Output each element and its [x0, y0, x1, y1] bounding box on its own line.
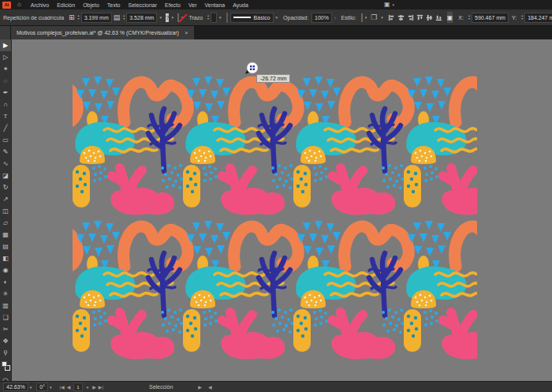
opacity-field[interactable]: 100%	[311, 13, 332, 23]
rotation-field[interactable]: 0°	[36, 383, 48, 391]
chevron-down-icon[interactable]: ▾	[219, 15, 222, 20]
close-icon[interactable]: ×	[185, 29, 188, 36]
tool-rotate[interactable]: ↻	[0, 181, 12, 193]
tool-shaper[interactable]: ∿	[0, 158, 12, 170]
zoom-level-field[interactable]: 42.63%	[3, 383, 28, 391]
align-middle-icon[interactable]	[426, 14, 433, 21]
arrow-left-icon[interactable]: ◀	[208, 384, 212, 390]
x-stepper[interactable]: ▴▾	[468, 14, 470, 21]
tool-scale[interactable]: ↗	[0, 193, 12, 205]
tool-curvature[interactable]: ∩	[0, 99, 12, 110]
align-right-icon[interactable]	[407, 14, 414, 21]
tool-zoom[interactable]: ⚲	[0, 347, 12, 359]
tool-blend[interactable]: ◐	[0, 276, 12, 288]
chevron-down-icon[interactable]: ▾	[171, 15, 173, 20]
pattern-artwork	[12, 39, 552, 381]
tools-panel: ▶▷✶◌✒∩T╱▭✎∿◪↻↗◫▱▦▤◧◉◐✳▥❏✂✥⚲◯	[0, 39, 12, 381]
stroke-weight-stepper[interactable]: ▴▾	[207, 14, 209, 21]
y-stepper[interactable]: ▴▾	[521, 14, 523, 21]
tool-slice[interactable]: ✂	[0, 323, 12, 335]
tool-width-tool[interactable]: ◫	[0, 205, 12, 217]
y-field[interactable]: 184.247 mm	[524, 13, 552, 23]
canvas[interactable]: -26.72 mm	[12, 39, 552, 381]
fill-swatch[interactable]	[2, 361, 7, 367]
stroke-weight-field[interactable]	[211, 13, 217, 23]
fill-color-swatch[interactable]: ?	[166, 13, 169, 22]
width-stepper[interactable]: ▴▾	[78, 14, 80, 21]
tool-mesh[interactable]: ▤	[0, 241, 12, 252]
tool-symbol-sprayer[interactable]: ✳	[0, 288, 12, 300]
artboard-number-field[interactable]: 1	[73, 383, 82, 391]
chevron-down-icon[interactable]: ▾	[87, 385, 89, 390]
variable-width-profile-field[interactable]: Básico	[230, 13, 274, 23]
screen-mode-button[interactable]: ◯	[0, 375, 12, 381]
menu-archivo[interactable]: Archivo	[27, 2, 53, 8]
document-tab-title: Motivos complejos_profeivan.ai* @ 42.63 …	[17, 30, 179, 35]
chevron-down-icon[interactable]: ▾	[381, 15, 383, 20]
workspace-icon: ▣	[384, 1, 390, 8]
chevron-down-icon[interactable]: ▾	[365, 15, 367, 20]
chevron-down-icon[interactable]: ▾	[276, 15, 278, 20]
horizontal-spacing-field[interactable]: 3.199 mm	[81, 13, 112, 23]
tool-eyedropper[interactable]: ◉	[0, 264, 12, 276]
last-artboard-icon[interactable]: ▶|	[99, 384, 103, 390]
tool-line-segment[interactable]: ╱	[0, 122, 12, 134]
tool-rectangle[interactable]: ▭	[0, 134, 12, 146]
tool-column-graph[interactable]: ▥	[0, 300, 12, 312]
panel-corner	[0, 26, 11, 39]
x-field[interactable]: 590.467 mm	[472, 13, 509, 23]
align-bottom-icon[interactable]	[435, 14, 442, 21]
chevron-down-icon[interactable]: ▾	[159, 15, 162, 20]
menu-seleccionar[interactable]: Seleccionar	[125, 2, 162, 8]
transform-options-icon[interactable]: ▣	[447, 12, 453, 23]
tool-type[interactable]: T	[0, 110, 12, 122]
chevron-down-icon[interactable]: ▾	[50, 385, 52, 390]
align-center-icon[interactable]	[397, 14, 405, 21]
menu-edicion[interactable]: Edición	[53, 2, 79, 8]
document-tab[interactable]: Motivos complejos_profeivan.ai* @ 42.63 …	[11, 26, 194, 39]
document-setup-icon[interactable]: ❐	[371, 13, 377, 21]
vertical-spacing-field[interactable]: 3.528 mm	[126, 13, 157, 23]
menu-texto[interactable]: Texto	[103, 2, 125, 8]
menu-ventana[interactable]: Ventana	[200, 2, 229, 8]
align-top-icon[interactable]	[416, 14, 423, 21]
home-icon[interactable]: ⌂	[17, 1, 21, 9]
next-artboard-icon[interactable]: ▶	[92, 384, 96, 390]
artboard-navigation: |◀ ◀ 1 ▾ ▶ ▶|	[59, 383, 103, 391]
style-label: Estilo:	[341, 15, 356, 21]
stroke-label: Trazo	[188, 15, 203, 21]
tool-magic-wand[interactable]: ✶	[0, 63, 12, 75]
tool-perspective-grid[interactable]: ▦	[0, 229, 12, 241]
profile-name: Básico	[254, 15, 270, 21]
tool-paintbrush[interactable]: ✎	[0, 146, 12, 158]
options-bar: Repetición de cuadrícula ⊞ ▴▾ 3.199 mm ▤…	[0, 9, 552, 26]
tool-hand[interactable]: ✥	[0, 335, 12, 347]
graphic-style-swatch[interactable]	[361, 13, 363, 22]
align-left-icon[interactable]	[388, 14, 395, 21]
tool-selection[interactable]: ▶	[0, 39, 12, 51]
workspace-switcher[interactable]: ▣ ▾	[384, 1, 394, 8]
brush-definition-field[interactable]	[226, 13, 228, 23]
opacity-more-icon[interactable]: ›	[334, 15, 336, 20]
tool-eraser[interactable]: ◪	[0, 170, 12, 181]
chevron-down-icon[interactable]: ▾	[30, 385, 32, 390]
menu-ayuda[interactable]: Ayuda	[229, 2, 252, 8]
tool-gradient[interactable]: ◧	[0, 252, 12, 264]
tool-direct-selection[interactable]: ▷	[0, 51, 12, 63]
fill-stroke-swatches[interactable]	[0, 359, 12, 375]
tool-artboard[interactable]: ❏	[0, 312, 12, 323]
menu-efecto[interactable]: Efecto	[161, 2, 185, 8]
tool-pen[interactable]: ✒	[0, 87, 12, 99]
first-artboard-icon[interactable]: |◀	[59, 384, 64, 390]
grid-repeat-label: Repetición de cuadrícula	[3, 15, 64, 21]
grid-repeat-icon: ⊞	[69, 13, 75, 21]
tool-free-transform[interactable]: ▱	[0, 217, 12, 229]
menu-ver[interactable]: Ver	[185, 2, 201, 8]
previous-artboard-icon[interactable]: ◀	[67, 384, 71, 390]
menu-bar: Ai ⌂ ArchivoEdiciónObjetoTextoSelecciona…	[0, 0, 552, 9]
menu-objeto[interactable]: Objeto	[79, 2, 103, 8]
stroke-none-swatch[interactable]	[177, 13, 179, 22]
arrow-right-icon[interactable]: ▶	[198, 384, 202, 390]
tool-lasso[interactable]: ◌	[0, 75, 12, 87]
height-stepper[interactable]: ▴▾	[123, 14, 125, 21]
